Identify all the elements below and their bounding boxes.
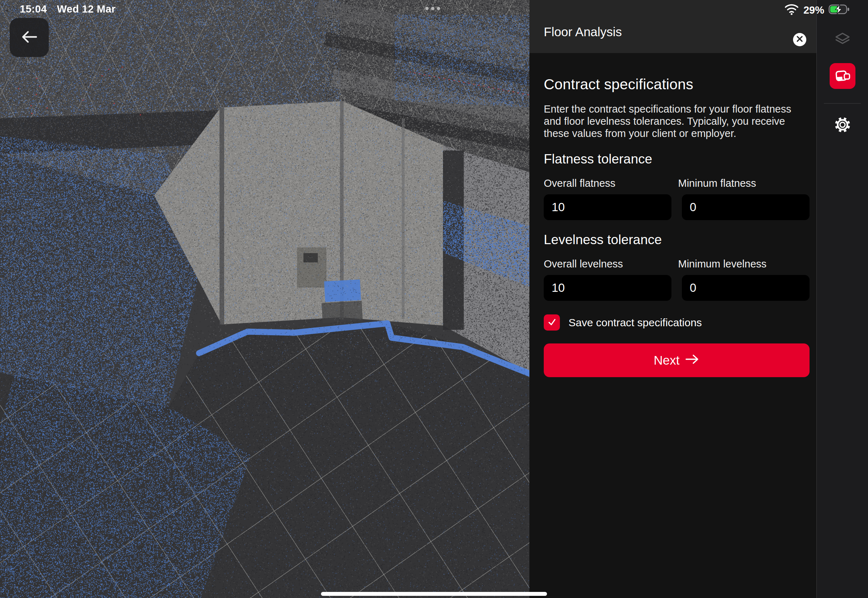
save-contract-checkbox[interactable]: Save contract specifications: [544, 314, 802, 330]
gear-icon: [833, 115, 852, 136]
point-cloud-viewport[interactable]: [0, 0, 530, 598]
back-button[interactable]: [10, 18, 49, 57]
minimum-levelness-input[interactable]: [682, 275, 810, 301]
sidebar-item-floor-analysis[interactable]: [830, 63, 856, 89]
dot-icon: [425, 7, 429, 10]
arrow-right-icon: [685, 353, 699, 368]
wifi-icon: [784, 4, 799, 16]
point-cloud-canvas[interactable]: [0, 0, 530, 598]
close-button[interactable]: [793, 33, 806, 46]
next-button[interactable]: Next: [544, 344, 810, 377]
floor-analysis-panel: Floor Analysis Contract specifications E…: [530, 0, 816, 598]
screen: 15:04 Wed 12 Mar 29% F: [0, 0, 868, 598]
sidebar-divider: [824, 103, 861, 104]
minimum-levelness-label: Minimum levelness: [678, 258, 802, 270]
levelness-labels: Overall levelness Minimum levelness: [544, 258, 802, 270]
multitask-indicator[interactable]: [425, 7, 440, 10]
layers-stack-icon: [834, 32, 851, 48]
overall-levelness-input[interactable]: [544, 275, 672, 301]
checkmark-icon: [547, 317, 557, 329]
overall-levelness-label: Overall levelness: [544, 258, 668, 270]
home-indicator[interactable]: [321, 592, 547, 596]
levelness-inputs: [544, 275, 802, 301]
dot-icon: [431, 7, 434, 10]
checkbox-box: [544, 314, 560, 330]
save-contract-label: Save contract specifications: [569, 317, 702, 329]
minimum-flatness-input[interactable]: [682, 194, 810, 220]
flatness-labels: Overall flatness Mininum flatness: [544, 178, 802, 189]
status-date: Wed 12 Mar: [57, 3, 116, 15]
panel-title: Floor Analysis: [544, 25, 622, 39]
flatness-inputs: [544, 194, 802, 220]
status-bar-right: 29%: [784, 4, 851, 16]
sidebar-item-layers[interactable]: [830, 29, 856, 51]
dot-icon: [437, 7, 440, 10]
panel-header: Floor Analysis: [530, 0, 816, 53]
panel-body: Contract specifications Enter the contra…: [530, 76, 816, 377]
overall-flatness-input[interactable]: [544, 194, 672, 220]
tool-sidebar: [816, 0, 868, 598]
levelness-tolerance-heading: Levelness tolerance: [544, 232, 802, 247]
xmark-icon: [796, 35, 804, 44]
contract-specifications-heading: Contract specifications: [544, 76, 802, 93]
status-time: 15:04: [20, 3, 47, 15]
flatness-tolerance-heading: Flatness tolerance: [544, 152, 802, 167]
overall-flatness-label: Overall flatness: [544, 178, 668, 189]
battery-percent: 29%: [804, 4, 824, 16]
minimum-flatness-label: Mininum flatness: [678, 178, 802, 189]
next-button-label: Next: [654, 353, 680, 368]
status-bar-left: 15:04 Wed 12 Mar: [20, 3, 115, 15]
battery-charging-icon: [829, 4, 851, 16]
arrow-left-icon: [20, 29, 39, 46]
floor-slab-icon: [834, 67, 851, 85]
contract-specifications-description: Enter the contract specifications for yo…: [544, 103, 807, 139]
sidebar-item-settings[interactable]: [830, 114, 856, 137]
